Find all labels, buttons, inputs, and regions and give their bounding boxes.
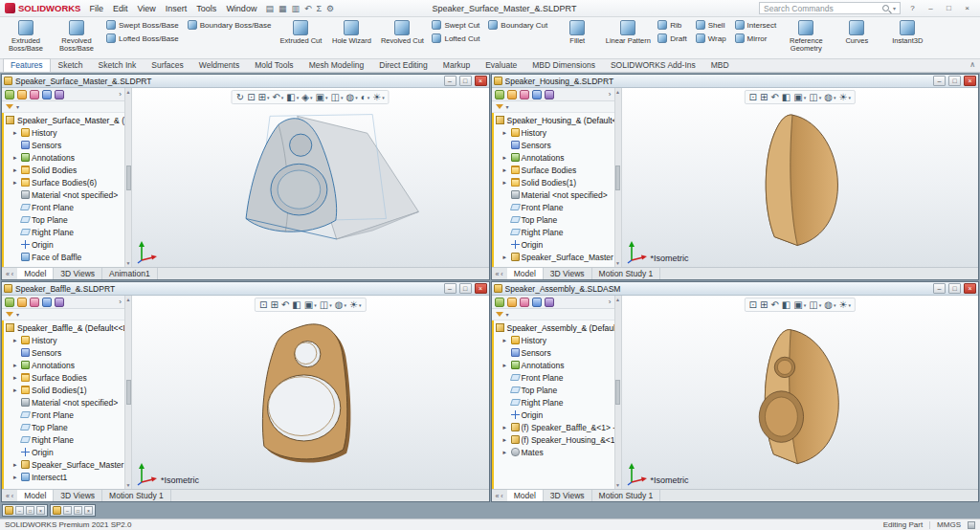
tree-root-item[interactable]: Speaker_Surface_Master_& (Defaul (6, 114, 124, 126)
filter-caret-icon[interactable]: ▾ (16, 311, 19, 318)
window-restore-button[interactable]: □ (948, 283, 961, 294)
document-tab[interactable]: Motion Study 1 (592, 268, 661, 279)
tree-item[interactable]: ▸ Top Plane (496, 213, 614, 226)
zoom-fit-icon[interactable]: ⊡ ▾ (258, 298, 268, 311)
tree-item[interactable]: ▸ Front Plane (496, 201, 614, 213)
scrollbar-thumb[interactable] (126, 166, 131, 190)
window-close-button[interactable]: × (964, 76, 976, 86)
housing-model[interactable] (702, 107, 898, 258)
tree-scrollbar[interactable]: ▲ ▼ (614, 296, 622, 489)
app-close-button[interactable]: × (959, 2, 975, 14)
configurationmanager-tab-icon[interactable] (520, 90, 529, 99)
configurationmanager-tab-icon[interactable] (30, 90, 39, 99)
graphics-viewport[interactable]: ↻ ▾ ⊡ ▾ ⊞ ▾ (132, 88, 489, 267)
expand-pane-icon[interactable]: › (609, 90, 612, 99)
configurationmanager-tab-icon[interactable] (520, 298, 529, 307)
tree-item[interactable]: ▸ Speaker_Surface_Master -> (Defa (496, 251, 614, 263)
previous-view-icon[interactable]: ↶ ▾ (280, 298, 290, 311)
search-commands-box[interactable]: Search Commands ▾ (759, 2, 901, 14)
assembly-model[interactable] (702, 318, 898, 478)
minimized-window-1[interactable]: – □ × (2, 504, 48, 517)
minimized-window-2[interactable]: – □ × (50, 504, 96, 517)
search-caret-icon[interactable]: ▾ (893, 5, 896, 11)
tree-item[interactable]: ▸ Right Plane (6, 433, 124, 446)
mini-minimize-button[interactable]: – (63, 506, 72, 515)
hide-show-items-icon[interactable]: ◍ ▾ (823, 91, 836, 103)
configurationmanager-tab-icon[interactable] (30, 298, 39, 307)
menu-item[interactable]: Edit (113, 4, 128, 13)
window-titlebar[interactable]: Speaker_Baffle_&.SLDPRT – □ × (2, 282, 489, 296)
tree-item[interactable]: ▸ Material <not specified> (6, 188, 124, 201)
scroll-up-icon[interactable]: ▲ (126, 89, 131, 95)
window-minimize-button[interactable]: – (444, 283, 457, 294)
view-orientation-icon[interactable]: ▣ ▾ (792, 298, 807, 311)
document-tab[interactable]: 3D Views (54, 268, 102, 279)
dimxpertmanager-tab-icon[interactable] (532, 298, 542, 307)
tree-item[interactable]: ▸ Sensors (6, 139, 124, 151)
propertymanager-tab-icon[interactable] (507, 90, 517, 99)
tree-item[interactable]: ▸ Surface Bodies(6) (6, 176, 124, 188)
zoom-fit-icon[interactable]: ⊡ ▾ (748, 298, 758, 311)
tree-root-item[interactable]: Speaker_Baffle_& (Default<<Default (6, 321, 124, 334)
filter-funnel-icon[interactable] (6, 312, 13, 317)
undo-icon[interactable]: ↶ (304, 4, 312, 13)
displaymanager-tab-icon[interactable] (55, 298, 64, 307)
app-minimize-button[interactable]: – (923, 2, 939, 14)
ribbon-tab[interactable]: MBD (703, 58, 737, 72)
document-tab[interactable]: Animation1 (102, 268, 158, 279)
tree-item[interactable]: ▸ Mates (496, 446, 614, 458)
ribbon-tool-button[interactable]: Lofted Cut (430, 32, 481, 45)
tab-scroll-icons[interactable]: « ‹ (2, 490, 17, 501)
scroll-down-icon[interactable]: ▼ (126, 260, 131, 266)
window-close-button[interactable]: × (475, 76, 487, 86)
tree-scrollbar[interactable]: ▲ ▼ (124, 296, 132, 489)
filter-funnel-icon[interactable] (496, 312, 503, 317)
view-settings-icon[interactable]: ☀ ▾ (348, 298, 362, 311)
ribbon-tool-button[interactable]: Curves (834, 18, 880, 57)
mini-minimize-button[interactable]: – (15, 506, 24, 515)
ribbon-tab[interactable]: MBD Dimensions (524, 58, 603, 72)
ribbon-tab[interactable]: Surfaces (144, 58, 191, 72)
filter-caret-icon[interactable]: ▾ (506, 311, 509, 318)
tree-item[interactable]: ▸ Speaker_Surface_Master -> (Defa (6, 458, 124, 471)
collapse-ribbon-icon[interactable]: ∧ (969, 60, 975, 69)
previous-view-icon[interactable]: ↶ ▾ (769, 298, 779, 311)
view-orientation-icon[interactable]: ▣ ▾ (303, 298, 318, 311)
tree-item[interactable]: ▸ Surface Bodies (496, 164, 614, 176)
document-tab[interactable]: Model (507, 268, 544, 279)
expand-pane-icon[interactable]: › (119, 298, 122, 307)
rebuild-view-icon[interactable]: ↻ ▾ (235, 91, 245, 103)
ribbon-tool-button[interactable]: Intersect (733, 18, 779, 32)
tree-item[interactable]: ▸ Solid Bodies(1) (496, 176, 614, 188)
help-button[interactable]: ? (904, 2, 921, 14)
tree-item[interactable]: ▸ Face of Baffle (6, 251, 124, 263)
tree-item[interactable]: ▸ Origin (6, 238, 124, 251)
tree-item[interactable]: ▸ Sensors (6, 346, 124, 359)
mini-close-button[interactable]: × (36, 506, 45, 515)
menu-item[interactable]: File (89, 4, 103, 13)
ribbon-tab[interactable]: Weldments (191, 58, 247, 72)
document-tab[interactable]: 3D Views (544, 268, 592, 279)
graphics-viewport[interactable]: ⊡ ▾ ⊞ ▾ ↶ ▾ (622, 88, 979, 267)
ribbon-tool-button[interactable]: Linear Pattern (605, 18, 651, 57)
window-titlebar[interactable]: Speaker_Surface_Master_&.SLDPRT – □ × (2, 75, 489, 88)
window-restore-button[interactable]: □ (459, 76, 472, 86)
ribbon-tab[interactable]: Mold Tools (247, 58, 301, 72)
ribbon-tab[interactable]: Sketch Ink (91, 58, 145, 72)
view-settings-icon[interactable]: ☀ ▾ (371, 91, 385, 103)
window-restore-button[interactable]: □ (948, 76, 961, 86)
graphics-viewport[interactable]: ⊡ ▾ ⊞ ▾ ↶ ▾ (132, 296, 489, 489)
tree-item[interactable]: ▸ Sensors (496, 139, 614, 151)
graphics-viewport[interactable]: ⊡ ▾ ⊞ ▾ ↶ ▾ (622, 296, 979, 489)
status-units[interactable]: MMGS (937, 520, 961, 529)
zoom-area-icon[interactable]: ⊞ ▾ (269, 298, 278, 311)
scrollbar-thumb[interactable] (126, 380, 131, 405)
tree-item[interactable]: ▸ Solid Bodies (6, 164, 124, 176)
view-orientation-icon[interactable]: ▣ ▾ (792, 91, 807, 103)
dimxpertmanager-tab-icon[interactable] (42, 90, 52, 99)
tree-item[interactable]: ▸ History (496, 126, 614, 139)
window-titlebar[interactable]: Speaker_Assembly_&.SLDASM – □ × (492, 282, 979, 296)
scroll-up-icon[interactable]: ▲ (126, 297, 131, 302)
tree-item[interactable]: ▸ Front Plane (496, 371, 614, 384)
tree-item[interactable]: ▸ Annotations (496, 151, 614, 164)
